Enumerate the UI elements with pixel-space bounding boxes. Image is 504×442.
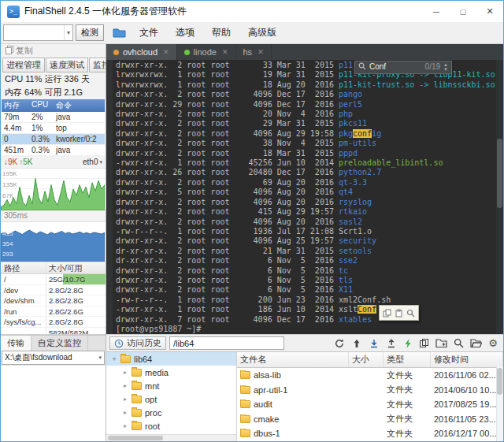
tree-item-mnt[interactable]: ▸mnt	[106, 379, 236, 392]
tab-process-manager[interactable]: 进程管理	[2, 58, 45, 72]
file-type-cell: 文件夹	[384, 413, 431, 425]
process-col-mem[interactable]: 内存	[2, 99, 30, 112]
file-row-cmake[interactable]: cmake文件夹2016/11/05 23...	[237, 412, 503, 427]
open-folder-icon[interactable]	[470, 338, 482, 348]
file-table-scrollbar-thumb[interactable]	[497, 368, 502, 395]
file-row-apr-util-1[interactable]: apr-util-1文件夹2014/06/10 10...	[237, 383, 503, 398]
expand-closed-icon[interactable]: ▸	[122, 382, 128, 389]
col-modified[interactable]: 修改时间	[431, 352, 503, 367]
file-row-dbus-1[interactable]: dbus-1文件夹2016/12/17 00...	[237, 426, 503, 441]
search-files-icon[interactable]	[454, 338, 464, 348]
process-row[interactable]: 79m2%java	[2, 112, 105, 123]
terminal-scrollbar[interactable]	[496, 60, 503, 334]
host-search-input[interactable]: ▾	[3, 24, 73, 41]
file-table-scrollbar[interactable]	[496, 366, 503, 441]
session-tab-ovhcloud[interactable]: ovhcloud✕	[106, 44, 177, 60]
process-col-cpu[interactable]: CPU	[30, 99, 54, 112]
download-icon[interactable]	[369, 338, 380, 349]
terminal-line: drwxr-xr-x. 2 root root 4096 Aug 20 2016…	[116, 198, 495, 207]
app-window: >_ FinalShell 2.4.5 一体化服务器管理软件 ─ □ ✕ ▾ 检…	[0, 0, 504, 442]
tree-item-label: lib64	[134, 355, 152, 364]
tab-transfer[interactable]: 传输	[1, 336, 32, 351]
tab-custom-monitor[interactable]: 自定义监控	[32, 336, 88, 351]
process-row[interactable]: 00.3%kworker/0:2	[2, 134, 105, 145]
search-dropdown-icon[interactable]: ▾	[64, 25, 72, 40]
settings-gear-icon[interactable]: ⚙	[488, 338, 498, 348]
tree-item-lib64[interactable]: ▾lib64	[106, 352, 236, 366]
disk-col-size[interactable]: 大小/可用	[46, 262, 106, 273]
disk-row[interactable]: /dev/shm2.8G/2.8G	[1, 295, 106, 306]
col-filename[interactable]: 文件名	[237, 352, 349, 367]
session-tab-close-icon[interactable]: ✕	[163, 48, 169, 56]
close-button[interactable]: ✕	[476, 1, 503, 22]
maximize-button[interactable]: □	[450, 1, 476, 22]
tree-item-root[interactable]: ▸root	[106, 419, 236, 433]
popup-search-icon[interactable]	[406, 309, 415, 318]
session-tab-close-icon[interactable]: ✕	[258, 48, 264, 56]
process-col-cmd[interactable]: 命令	[54, 99, 105, 112]
detect-button[interactable]: 检测	[76, 24, 104, 41]
upload-icon[interactable]	[386, 338, 397, 349]
copy-file-icon[interactable]	[419, 338, 429, 348]
process-row[interactable]: 4.4m1%top	[2, 123, 105, 134]
menu-item-help[interactable]: 帮助	[203, 26, 239, 39]
file-row-audit[interactable]: audit文件夹2017/08/25 19...	[237, 397, 503, 412]
expand-closed-icon[interactable]: ▸	[122, 396, 128, 403]
tree-horizontal-scrollbar[interactable]	[106, 434, 236, 441]
menu-item-options[interactable]: 选项	[167, 26, 203, 39]
window-title: FinalShell 2.4.5 一体化服务器管理软件	[24, 5, 418, 18]
tree-item-label: proc	[145, 408, 161, 418]
connect-status-icon[interactable]	[403, 338, 413, 349]
remote-file-table: 文件名 大小 类型 修改时间 alsa-lib文件夹2016/11/06 02.…	[237, 352, 503, 441]
tree-item-proc[interactable]: ▸proc	[106, 406, 236, 419]
search-prev-next-icons[interactable]: ▲▼	[443, 63, 448, 72]
network-interface[interactable]: eth0	[83, 158, 98, 166]
col-type[interactable]: 类型	[384, 352, 431, 367]
tab-speed-test[interactable]: 速度测试	[46, 58, 88, 72]
expand-closed-icon[interactable]: ▸	[122, 422, 128, 429]
app-icon: >_	[7, 6, 20, 18]
session-tab-close-icon[interactable]: ✕	[222, 48, 228, 56]
expand-closed-icon[interactable]: ▸	[122, 369, 128, 376]
disk-row[interactable]: /25G/10.7G	[1, 274, 106, 285]
interface-dropdown-icon[interactable]: ▾	[99, 159, 102, 165]
new-folder-icon[interactable]	[435, 338, 447, 348]
col-size[interactable]: 大小	[349, 352, 384, 367]
titlebar: >_ FinalShell 2.4.5 一体化服务器管理软件 ─ □ ✕	[1, 1, 503, 22]
tree-item-media[interactable]: ▸media	[106, 366, 236, 379]
minimize-button[interactable]: ─	[423, 1, 450, 22]
popup-paste-icon[interactable]	[395, 309, 403, 318]
expand-closed-icon[interactable]: ▸	[122, 409, 128, 416]
expand-open-icon[interactable]: ▾	[111, 355, 117, 362]
terminal-line: dr-xr-xr-x. 2 root root 21 Mar 31 2015 s…	[116, 247, 495, 256]
tree-item-opt[interactable]: ▸opt	[106, 392, 236, 406]
search-query[interactable]: Conf	[369, 62, 386, 72]
history-button[interactable]: 访问历史	[109, 336, 166, 350]
disk-row[interactable]: /sys/fs/cg...2.8G/2.8G	[1, 317, 106, 328]
connection-manager-icon[interactable]	[113, 28, 126, 38]
parent-dir-icon[interactable]	[351, 338, 362, 349]
window-controls: ─ □ ✕	[423, 1, 503, 22]
popup-copy-icon[interactable]	[383, 309, 391, 318]
remote-path-input[interactable]: /lib64	[169, 336, 284, 350]
cpu-summary: CPU 11% 运行 336 天	[1, 72, 106, 86]
process-row[interactable]: 451m0.3%java	[2, 145, 105, 156]
disk-col-path[interactable]: 路径	[1, 262, 46, 273]
tree-hscroll-thumb[interactable]	[108, 436, 163, 440]
disk-row[interactable]: /run2.8G/2.6G	[1, 306, 106, 318]
disk-row[interactable]: 582M/582M	[1, 328, 106, 336]
tab-monitor[interactable]: 监控	[89, 58, 106, 72]
folder-icon	[240, 386, 250, 394]
session-tab-linode[interactable]: linode✕	[177, 44, 236, 60]
disk-row[interactable]: /dev2.8G/2.8G	[1, 285, 106, 296]
terminal-scrollbar-thumb[interactable]	[497, 139, 502, 208]
file-row-alsa-lib[interactable]: alsa-lib文件夹2016/11/06 02...	[237, 368, 503, 383]
download-path-select[interactable]: X:\桌面\fsdownload ▾	[2, 351, 105, 365]
menu-item-file[interactable]: 文件	[131, 26, 167, 39]
copy-row[interactable]: 复制	[1, 44, 106, 58]
session-tab-hs[interactable]: hs✕	[236, 44, 272, 60]
refresh-icon[interactable]	[334, 338, 345, 349]
terminal[interactable]: drwxr-xr-x. 2 root root 33 Mar 31 2015 p…	[106, 60, 503, 334]
menu-item-pro[interactable]: 高级版	[239, 26, 285, 39]
terminal-search-bar[interactable]: Conf 0/19 ▲▼	[354, 61, 452, 74]
